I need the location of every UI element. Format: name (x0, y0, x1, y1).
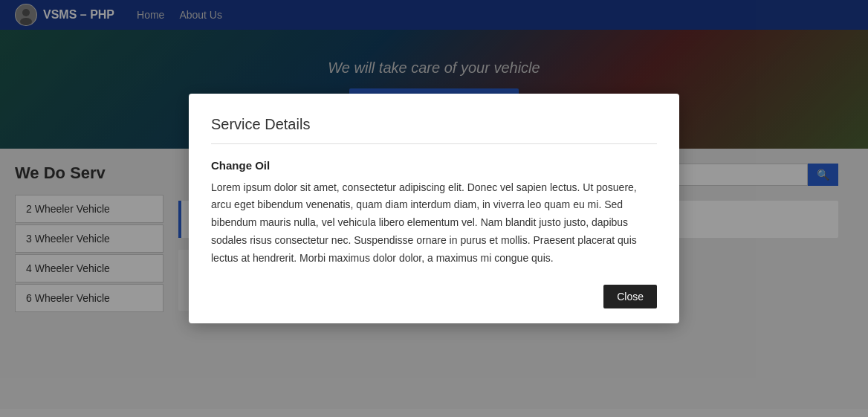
modal-service-title: Change Oil (211, 159, 657, 172)
modal-overlay[interactable]: Service Details Change Oil Lorem ipsum d… (0, 0, 868, 417)
modal-title: Service Details (211, 116, 657, 144)
modal-footer: Close (211, 285, 657, 308)
close-button[interactable]: Close (603, 285, 657, 308)
modal-body-text: Lorem ipsum dolor sit amet, consectetur … (211, 179, 657, 268)
modal-dialog: Service Details Change Oil Lorem ipsum d… (189, 94, 679, 324)
